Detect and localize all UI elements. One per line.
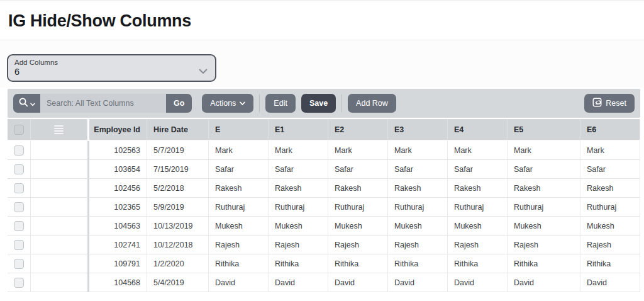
cell-e5[interactable]: Rithika (508, 254, 580, 273)
cell-e6[interactable]: Safar (580, 160, 640, 179)
row-select-cell[interactable] (8, 179, 31, 198)
cell-e[interactable]: Ruthuraj (209, 198, 269, 217)
cell-e[interactable]: Mukesh (209, 217, 269, 236)
row-checkbox[interactable] (14, 278, 24, 288)
cell-e5[interactable]: Mark (508, 141, 580, 160)
row-checkbox[interactable] (14, 259, 24, 269)
cell-employee-id[interactable]: 103654 (87, 160, 147, 179)
column-header-e6[interactable]: E6 (580, 119, 640, 141)
row-checkbox[interactable] (14, 202, 24, 212)
cell-e4[interactable]: Safar (448, 160, 508, 179)
row-select-cell[interactable] (8, 273, 31, 292)
column-header-e1[interactable]: E1 (269, 119, 328, 141)
cell-employee-id[interactable]: 102741 (87, 236, 147, 254)
add-columns-select[interactable]: Add Columns 6 (7, 54, 216, 82)
cell-e[interactable]: Rakesh (209, 179, 269, 198)
row-select-cell[interactable] (8, 198, 31, 217)
column-header-e[interactable]: E (209, 119, 269, 141)
cell-e6[interactable]: Rajesh (580, 236, 640, 254)
cell-e1[interactable]: David (269, 273, 328, 292)
cell-e4[interactable]: Rakesh (448, 179, 508, 198)
cell-e2[interactable]: Mark (328, 141, 388, 160)
cell-e[interactable]: Rajesh (209, 236, 269, 254)
cell-hire-date[interactable]: 1/2/2020 (147, 254, 209, 273)
cell-e3[interactable]: Mukesh (388, 217, 448, 236)
row-checkbox[interactable] (14, 145, 24, 156)
add-row-button[interactable]: Add Row (348, 94, 396, 113)
cell-e2[interactable]: Safar (328, 160, 388, 179)
row-actions-cell[interactable] (31, 254, 87, 273)
row-actions-cell[interactable] (31, 236, 87, 254)
cell-e3[interactable]: Safar (388, 160, 448, 179)
cell-e3[interactable]: David (388, 273, 448, 292)
row-select-cell[interactable] (8, 141, 31, 160)
column-header-e2[interactable]: E2 (328, 119, 388, 141)
column-header-hire-date[interactable]: Hire Date (147, 119, 209, 141)
cell-employee-id[interactable]: 104563 (87, 217, 147, 236)
cell-e3[interactable]: Rajesh (388, 236, 448, 254)
cell-hire-date[interactable]: 10/12/2018 (147, 236, 209, 254)
actions-button[interactable]: Actions (202, 94, 253, 113)
cell-hire-date[interactable]: 5/4/2019 (147, 273, 209, 292)
cell-e2[interactable]: David (328, 273, 388, 292)
row-checkbox[interactable] (14, 164, 24, 174)
search-options-button[interactable] (13, 94, 40, 113)
column-header-e4[interactable]: E4 (448, 119, 508, 141)
cell-e3[interactable]: Ruthuraj (388, 198, 448, 217)
cell-e2[interactable]: Ruthuraj (328, 198, 388, 217)
row-select-cell[interactable] (8, 217, 31, 236)
column-header-e5[interactable]: E5 (508, 119, 580, 141)
row-actions-cell[interactable] (31, 179, 87, 198)
cell-hire-date[interactable]: 5/2/2018 (147, 179, 209, 198)
cell-e4[interactable]: Ruthuraj (448, 198, 508, 217)
cell-employee-id[interactable]: 102365 (87, 198, 147, 217)
row-actions-cell[interactable] (31, 198, 87, 217)
column-header-employee-id[interactable]: Employee Id (87, 119, 147, 141)
cell-e6[interactable]: Rithika (580, 254, 640, 273)
cell-e5[interactable]: David (508, 273, 580, 292)
cell-e[interactable]: David (209, 273, 269, 292)
cell-e1[interactable]: Rajesh (269, 236, 328, 254)
cell-e[interactable]: Rithika (209, 254, 269, 273)
cell-e2[interactable]: Mukesh (328, 217, 388, 236)
cell-e4[interactable]: David (448, 273, 508, 292)
reset-button[interactable]: Reset (584, 94, 635, 113)
cell-e6[interactable]: Rakesh (580, 179, 640, 198)
cell-e2[interactable]: Rakesh (328, 179, 388, 198)
cell-hire-date[interactable]: 10/13/2019 (147, 217, 209, 236)
cell-e5[interactable]: Rajesh (508, 236, 580, 254)
cell-hire-date[interactable]: 5/7/2019 (147, 141, 209, 160)
cell-e1[interactable]: Safar (269, 160, 328, 179)
search-input[interactable] (40, 94, 166, 113)
row-actions-cell[interactable] (31, 217, 87, 236)
go-button[interactable]: Go (166, 94, 192, 113)
row-actions-cell[interactable] (31, 273, 87, 292)
row-checkbox[interactable] (14, 240, 24, 250)
row-actions-cell[interactable] (31, 160, 87, 179)
cell-hire-date[interactable]: 5/9/2019 (147, 198, 209, 217)
row-select-cell[interactable] (8, 236, 31, 254)
cell-e5[interactable]: Rakesh (508, 179, 580, 198)
cell-e[interactable]: Safar (209, 160, 269, 179)
cell-e1[interactable]: Rithika (269, 254, 328, 273)
cell-e[interactable]: Mark (209, 141, 269, 160)
edit-button[interactable]: Edit (265, 94, 296, 113)
cell-e1[interactable]: Ruthuraj (269, 198, 328, 217)
cell-e5[interactable]: Safar (508, 160, 580, 179)
cell-e6[interactable]: Ruthuraj (580, 198, 640, 217)
select-all-checkbox[interactable] (14, 125, 24, 135)
cell-e1[interactable]: Rakesh (269, 179, 328, 198)
row-checkbox[interactable] (14, 183, 24, 193)
cell-e5[interactable]: Mukesh (508, 217, 580, 236)
cell-e6[interactable]: David (580, 273, 640, 292)
cell-e2[interactable]: Rithika (328, 254, 388, 273)
cell-e1[interactable]: Mark (269, 141, 328, 160)
cell-e2[interactable]: Rajesh (328, 236, 388, 254)
cell-e3[interactable]: Mark (388, 141, 448, 160)
cell-hire-date[interactable]: 7/15/2019 (147, 160, 209, 179)
select-all-header[interactable] (8, 119, 31, 141)
cell-e6[interactable]: Mukesh (580, 217, 640, 236)
cell-e4[interactable]: Mark (448, 141, 508, 160)
row-checkbox[interactable] (14, 221, 24, 231)
cell-e3[interactable]: Rakesh (388, 179, 448, 198)
